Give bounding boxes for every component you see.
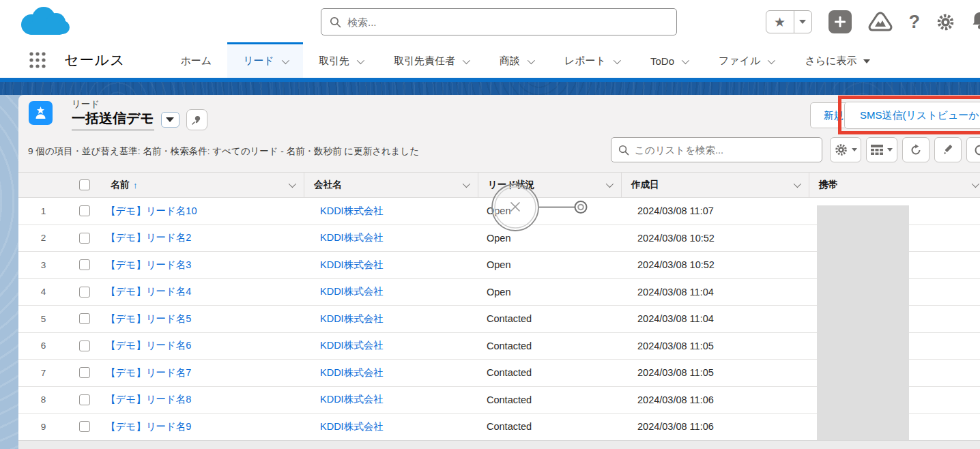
lead-name-link[interactable]: 【デモ】リード名10 [106, 205, 197, 216]
tab-opportunities[interactable]: 商談 [484, 42, 549, 78]
lead-status: Open [478, 287, 621, 298]
edit-button[interactable] [934, 137, 962, 162]
list-view-title[interactable]: 一括送信デモ [72, 109, 154, 130]
created-date: 2024/03/08 11:04 [621, 313, 809, 324]
list-view-selector-button[interactable] [161, 112, 179, 128]
row-checkbox-cell [68, 394, 101, 405]
company-link[interactable]: KDDI株式会社 [320, 367, 384, 378]
tab-more[interactable]: さらに表示 [789, 42, 886, 78]
favorites-dropdown[interactable] [794, 11, 811, 33]
lead-status: Contacted [478, 341, 621, 351]
pin-list-button[interactable] [186, 109, 207, 130]
row-checkbox[interactable] [79, 394, 90, 405]
created-date: 2024/03/08 11:07 [621, 205, 809, 216]
row-checkbox[interactable] [79, 233, 90, 244]
chevron-down-icon [463, 56, 470, 63]
sms-send-button[interactable]: SMS送信(リストビューから [844, 102, 980, 129]
table-footer-strip [18, 440, 980, 449]
row-checkbox[interactable] [79, 259, 90, 270]
favorites-star-icon[interactable]: ★ [766, 11, 794, 33]
favorites-button[interactable]: ★ [766, 10, 812, 33]
chart-icon [975, 145, 980, 156]
table-header-row: 名前↑ 会社名 リード状況 作成日 携帯 [18, 172, 980, 198]
row-number: 2 [18, 233, 68, 243]
lead-name-link[interactable]: 【デモ】リード名4 [106, 286, 191, 297]
pencil-icon [942, 144, 954, 156]
created-date: 2024/03/08 10:52 [621, 259, 809, 270]
list-search-input[interactable] [635, 145, 815, 156]
list-view-controls [611, 137, 980, 162]
row-checkbox[interactable] [79, 313, 90, 324]
created-date: 2024/03/08 11:04 [621, 287, 809, 298]
column-header-company[interactable]: 会社名 [304, 173, 478, 197]
refresh-button[interactable] [902, 137, 929, 162]
caret-down-icon [166, 117, 174, 122]
lead-name-link[interactable]: 【デモ】リード名8 [106, 394, 191, 405]
select-all-checkbox[interactable] [79, 179, 90, 190]
chevron-down-icon [282, 56, 289, 63]
lead-status: Contacted [478, 367, 621, 378]
tab-leads[interactable]: リード [227, 42, 303, 78]
company-link[interactable]: KDDI株式会社 [320, 205, 384, 216]
row-checkbox[interactable] [79, 287, 90, 298]
lead-name-link[interactable]: 【デモ】リード名9 [106, 421, 191, 432]
chevron-down-icon [357, 56, 364, 63]
company-link[interactable]: KDDI株式会社 [320, 340, 384, 351]
row-number: 4 [18, 287, 68, 297]
chevron-down-icon[interactable] [463, 180, 470, 188]
tab-reports[interactable]: レポート [549, 42, 635, 78]
row-checkbox[interactable] [79, 205, 90, 216]
company-link[interactable]: KDDI株式会社 [320, 232, 384, 243]
lead-name-link[interactable]: 【デモ】リード名3 [106, 259, 191, 270]
company-link[interactable]: KDDI株式会社 [320, 394, 384, 405]
chevron-down-icon [614, 56, 621, 63]
chevron-down-icon[interactable] [289, 180, 296, 188]
tab-todo[interactable]: ToDo [635, 42, 703, 78]
tab-contacts[interactable]: 取引先責任者 [378, 42, 484, 78]
tab-accounts[interactable]: 取引先 [303, 42, 378, 78]
company-link[interactable]: KDDI株式会社 [320, 259, 384, 270]
lead-name-link[interactable]: 【デモ】リード名2 [106, 232, 191, 243]
column-header-created[interactable]: 作成日 [621, 173, 809, 197]
column-header-mobile[interactable]: 携帯 [809, 173, 980, 197]
chevron-down-icon[interactable] [972, 180, 979, 188]
lead-status: Contacted [478, 421, 621, 432]
created-date: 2024/03/08 10:52 [621, 233, 809, 244]
caret-down-icon [852, 148, 857, 151]
row-checkbox[interactable] [79, 367, 90, 378]
row-checkbox[interactable] [79, 341, 90, 351]
row-checkbox[interactable] [79, 421, 90, 432]
lead-name-link[interactable]: 【デモ】リード名5 [106, 313, 191, 324]
row-number: 3 [18, 260, 68, 270]
display-as-button[interactable] [866, 137, 897, 162]
company-link[interactable]: KDDI株式会社 [320, 286, 384, 297]
company-link[interactable]: KDDI株式会社 [320, 313, 384, 324]
chart-button[interactable] [966, 137, 980, 162]
row-checkbox-cell [68, 421, 101, 432]
global-actions-button[interactable] [828, 10, 852, 33]
help-icon[interactable]: ? [909, 13, 921, 31]
trailhead-icon[interactable] [868, 12, 893, 32]
tab-files[interactable]: ファイル [703, 42, 789, 78]
app-launcher-icon[interactable] [29, 51, 46, 69]
lead-name-link[interactable]: 【デモ】リード名7 [106, 367, 191, 378]
setup-gear-icon[interactable] [936, 13, 955, 31]
chevron-down-icon [682, 56, 689, 63]
chevron-down-icon[interactable] [794, 180, 801, 188]
created-date: 2024/03/08 11:05 [621, 367, 809, 378]
column-header-name[interactable]: 名前↑ [101, 173, 304, 197]
chevron-down-icon[interactable] [606, 180, 614, 188]
sort-asc-icon: ↑ [133, 180, 138, 190]
global-search-input[interactable] [347, 16, 668, 28]
notifications-bell-icon[interactable] [971, 11, 980, 30]
tab-home[interactable]: ホーム [164, 42, 227, 78]
lead-status: Contacted [478, 313, 621, 324]
list-settings-button[interactable] [830, 137, 861, 162]
column-header-status[interactable]: リード状況 [478, 173, 621, 197]
created-date: 2024/03/08 11:06 [621, 421, 809, 432]
lead-name-link[interactable]: 【デモ】リード名6 [106, 340, 191, 351]
company-link[interactable]: KDDI株式会社 [320, 421, 384, 432]
app-name[interactable]: セールス [64, 50, 125, 70]
search-icon [618, 145, 629, 156]
chevron-down-icon [799, 20, 806, 24]
